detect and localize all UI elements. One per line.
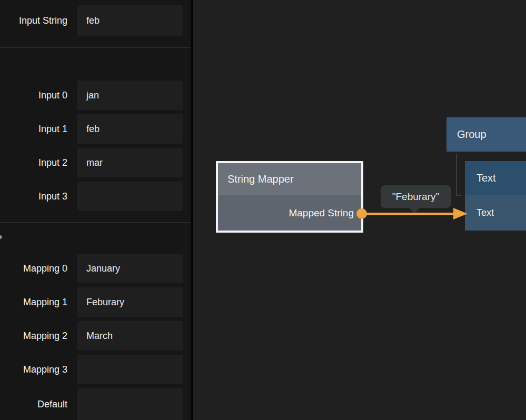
param-label-input-2: Input 2 — [0, 148, 67, 177]
connection-wire[interactable] — [362, 213, 454, 215]
param-row-mapping-0: Mapping 0 January — [0, 254, 191, 283]
param-row-input-2: Input 2 mar — [0, 148, 191, 177]
node-canvas[interactable]: Group Text Text String Mapper Mapped Str… — [193, 0, 526, 420]
text-node-header[interactable]: Text — [465, 161, 526, 195]
app-window: Input String feb Input 0 jan Input 1 feb… — [0, 0, 526, 420]
param-input-input-1[interactable]: feb — [77, 114, 183, 144]
param-row-input-string: Input String feb — [0, 5, 191, 36]
output-port[interactable] — [356, 208, 367, 219]
param-input-mapping-0[interactable]: January — [77, 254, 183, 283]
param-input-input-3[interactable] — [77, 182, 183, 211]
param-input-input-0[interactable]: jan — [77, 81, 183, 110]
connection-arrowhead-icon — [453, 208, 468, 219]
wire-value-tooltip: "Feburary" — [381, 185, 451, 208]
mapped-string-output-label: Mapped String — [289, 207, 354, 219]
wire-value-tooltip-pointer — [409, 207, 420, 213]
param-value-input-string: feb — [86, 15, 100, 26]
param-label-input-1: Input 1 — [0, 114, 67, 144]
string-mapper-node-title: String Mapper — [227, 173, 294, 185]
param-row-input-3: Input 3 — [0, 182, 191, 211]
text-node[interactable]: Text Text — [465, 161, 526, 231]
param-input-mapping-2[interactable]: March — [77, 321, 183, 351]
param-value-mapping-0: January — [86, 263, 120, 274]
group-node[interactable]: Group — [446, 117, 526, 152]
collapsed-section-arrow-icon[interactable] — [0, 235, 3, 239]
param-label-input-0: Input 0 — [0, 81, 67, 110]
param-row-input-0: Input 0 jan — [0, 81, 191, 110]
param-label-input-3: Input 3 — [0, 182, 67, 211]
group-node-title: Group — [457, 128, 487, 141]
param-input-default[interactable] — [77, 388, 183, 420]
param-row-mapping-1: Mapping 1 Feburary — [0, 287, 191, 317]
section-divider — [0, 47, 191, 48]
text-node-title: Text — [477, 172, 496, 184]
parameters-panel: Input String feb Input 0 jan Input 1 feb… — [0, 0, 191, 420]
param-row-input-1: Input 1 feb — [0, 114, 191, 144]
param-value-input-1: feb — [86, 124, 100, 135]
section-divider — [0, 222, 191, 223]
param-input-mapping-3[interactable] — [77, 355, 183, 384]
param-value-input-0: jan — [86, 90, 99, 101]
param-input-input-string[interactable]: feb — [77, 5, 183, 36]
param-label-default: Default — [0, 388, 67, 420]
param-value-mapping-2: March — [86, 331, 113, 342]
param-input-mapping-1[interactable]: Feburary — [77, 287, 183, 317]
param-row-mapping-3: Mapping 3 — [0, 355, 191, 384]
mapped-string-output-row: Mapped String — [218, 195, 361, 231]
param-label-mapping-0: Mapping 0 — [0, 254, 67, 283]
string-mapper-node-header[interactable]: String Mapper — [218, 163, 361, 195]
group-hierarchy-line-vertical — [456, 154, 457, 196]
param-label-input-string: Input String — [0, 5, 67, 36]
text-node-input-row[interactable]: Text — [465, 195, 526, 231]
param-label-mapping-2: Mapping 2 — [0, 321, 67, 351]
group-hierarchy-line-horizontal — [456, 195, 462, 196]
param-label-mapping-1: Mapping 1 — [0, 287, 67, 317]
param-input-input-2[interactable]: mar — [77, 148, 183, 177]
string-mapper-node[interactable]: String Mapper Mapped String — [216, 161, 363, 233]
wire-value-tooltip-text: "Feburary" — [392, 191, 440, 203]
param-value-input-2: mar — [86, 157, 103, 168]
param-label-mapping-3: Mapping 3 — [0, 355, 67, 384]
text-node-input-label: Text — [477, 207, 494, 218]
param-value-mapping-1: Feburary — [86, 297, 124, 308]
param-row-default: Default — [0, 388, 191, 420]
param-row-mapping-2: Mapping 2 March — [0, 321, 191, 351]
